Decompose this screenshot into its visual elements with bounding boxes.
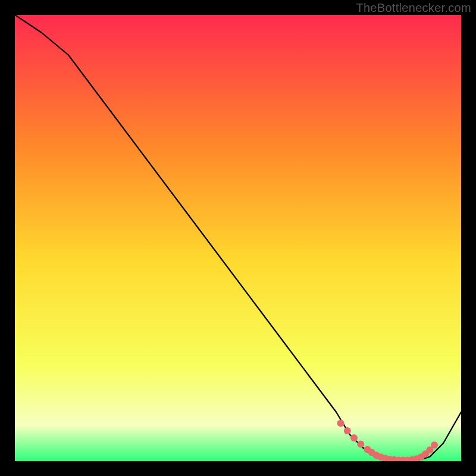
watermark-text: TheBottlenecker.com [356, 1, 471, 15]
chart-frame: TheBottlenecker.com [0, 0, 476, 476]
bottleneck-curve [15, 15, 461, 461]
highlight-marker [357, 441, 364, 448]
highlight-marker [431, 441, 438, 449]
curve-layer [15, 15, 461, 461]
highlight-marker [344, 427, 351, 434]
highlight-marker [350, 434, 358, 441]
highlight-markers [337, 419, 439, 461]
highlight-marker [337, 419, 345, 427]
plot-area [15, 15, 461, 461]
